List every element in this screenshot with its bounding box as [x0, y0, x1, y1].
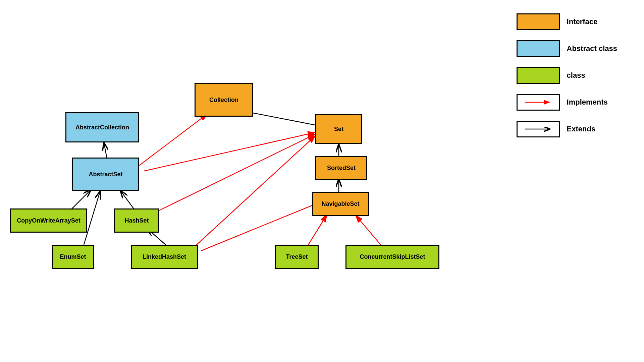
- node-sorted-set: SortedSet: [315, 156, 367, 180]
- legend-class: class: [517, 67, 617, 84]
- svg-line-3: [134, 114, 207, 169]
- legend-abstract-class: Abstract class: [517, 40, 617, 57]
- implements-arrow-svg: [523, 99, 553, 106]
- legend-abstract-class-box: [517, 40, 560, 57]
- node-enum-set: EnumSet: [52, 245, 94, 269]
- legend-extends-box: [517, 121, 560, 137]
- legend-implements-label: Implements: [567, 98, 608, 107]
- legend-interface: Interface: [517, 13, 617, 30]
- legend-class-label: class: [567, 71, 585, 80]
- legend-interface-label: Interface: [567, 17, 598, 26]
- legend-abstract-class-label: Abstract class: [567, 44, 617, 53]
- extends-arrow-svg: [523, 126, 553, 132]
- node-abstract-collection: AbstractCollection: [65, 112, 139, 142]
- node-hash-set: HashSet: [114, 208, 159, 233]
- node-set: Set: [315, 114, 362, 144]
- node-abstract-set: AbstractSet: [72, 158, 139, 191]
- node-concurrent-skip-list-set: ConcurrentSkipListSet: [345, 245, 439, 269]
- legend-interface-box: [517, 13, 560, 30]
- svg-line-4: [144, 132, 315, 171]
- legend-implements-box: [517, 94, 560, 111]
- node-copy-on-write-array-set: CopyOnWriteArraySet: [10, 208, 87, 233]
- svg-line-7: [154, 134, 315, 213]
- legend-extends-label: Extends: [567, 125, 596, 133]
- legend-extends: Extends: [517, 121, 617, 137]
- svg-line-11: [201, 201, 323, 251]
- legend-class-box: [517, 67, 560, 84]
- node-tree-set: TreeSet: [275, 245, 319, 269]
- node-collection: Collection: [195, 83, 253, 117]
- legend: Interface Abstract class class: [517, 13, 617, 137]
- node-linked-hash-set: LinkedHashSet: [131, 245, 198, 269]
- svg-line-10: [191, 136, 315, 250]
- legend-implements: Implements: [517, 94, 617, 111]
- diagram-container: Collection Set SortedSet NavigableSet Ab…: [0, 0, 644, 362]
- node-navigable-set: NavigableSet: [312, 192, 369, 216]
